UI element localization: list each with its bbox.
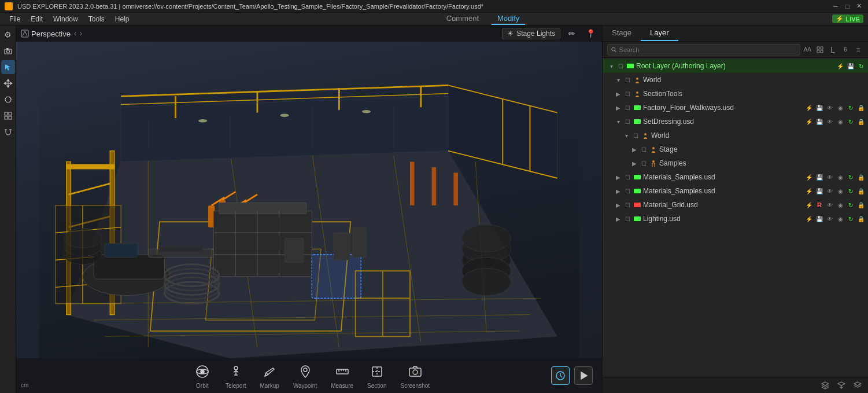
layer-row-setdressing[interactable]: ▾ ☐ SetDressing.usd ⚡ 💾 👁 ◉ ↻ 🔒 xyxy=(603,115,868,128)
refresh-btn-li[interactable]: ↻ xyxy=(846,214,855,223)
menu-edit[interactable]: Edit xyxy=(26,14,47,24)
eye-btn-sd[interactable]: 👁 xyxy=(825,117,834,126)
tool-markup[interactable]: Markup xyxy=(260,362,279,389)
save-btn-sd[interactable]: 💾 xyxy=(815,117,824,126)
layer-menu-btn[interactable]: ≡ xyxy=(853,45,863,55)
bolt-btn-mg[interactable]: ⚡ xyxy=(804,200,814,210)
menu-help[interactable]: Help xyxy=(110,14,134,24)
vis-btn-ff[interactable]: ◉ xyxy=(836,103,845,112)
layer-row-world2[interactable]: ▾ ☐ World xyxy=(603,128,868,142)
nav-forward[interactable]: › xyxy=(80,30,82,38)
tool-screenshot[interactable]: Screenshot xyxy=(400,362,430,389)
pencil-button[interactable]: ✏ xyxy=(565,27,579,41)
tool-orbit[interactable]: Orbit xyxy=(193,362,212,389)
layer-row-sectiontools[interactable]: ▶ ☐ SectionTools xyxy=(603,87,868,101)
play-button[interactable] xyxy=(574,366,593,385)
refresh-btn-sd[interactable]: ↻ xyxy=(846,117,855,126)
eye-btn-ff[interactable]: 👁 xyxy=(825,103,834,112)
save-btn-li[interactable]: 💾 xyxy=(815,214,824,223)
location-button[interactable]: 📍 xyxy=(583,27,597,41)
lock-btn-li[interactable]: 🔒 xyxy=(856,214,866,223)
tool-section[interactable]: Section xyxy=(367,362,386,389)
check-stage2[interactable]: ☐ xyxy=(640,145,648,153)
layer-search-num-btn[interactable]: 6 xyxy=(840,45,851,55)
expand-mat-grid[interactable]: ▶ xyxy=(614,201,622,209)
stage-lights-button[interactable]: ☀ Stage Lights xyxy=(502,28,560,39)
tool-rotate[interactable] xyxy=(1,93,15,106)
R-btn-mg[interactable]: R xyxy=(815,200,824,210)
eye-btn-mg[interactable]: 👁 xyxy=(825,200,834,210)
lock-btn-ff[interactable]: 🔒 xyxy=(856,103,866,112)
expand-setdressing[interactable]: ▾ xyxy=(614,117,622,126)
check-root[interactable]: ☐ xyxy=(616,62,625,70)
tool-measure[interactable]: Measure xyxy=(331,362,353,389)
eye-btn-li[interactable]: 👁 xyxy=(825,214,834,223)
layer-row-mat-samples1[interactable]: ▶ ☐ Materials_Samples.usd ⚡ 💾 👁 ◉ ↻ 🔒 xyxy=(603,170,868,184)
rf-add-btn[interactable] xyxy=(836,380,847,391)
search-input-wrap[interactable] xyxy=(607,44,800,56)
minimize-button[interactable]: ─ xyxy=(831,2,840,11)
tab-stage[interactable]: Stage xyxy=(603,25,641,41)
perspective-control[interactable]: Perspective xyxy=(21,30,71,38)
bolt-btn-sd[interactable]: ⚡ xyxy=(804,117,814,126)
vis-btn-sd[interactable]: ◉ xyxy=(836,117,845,126)
check-mat-samples1[interactable]: ☐ xyxy=(623,173,631,181)
live-badge[interactable]: ⚡ LIVE xyxy=(832,14,863,23)
expand-world[interactable]: ▾ xyxy=(614,76,622,84)
menu-file[interactable]: File xyxy=(5,14,25,24)
scene-viewport[interactable] xyxy=(16,42,602,358)
vis-btn-ms1[interactable]: ◉ xyxy=(836,172,845,182)
search-input[interactable] xyxy=(619,46,796,53)
layer-row-factory-floor[interactable]: ▶ ☐ Factory_Floor_Walkways.usd ⚡ 💾 👁 ◉ ↻… xyxy=(603,101,868,115)
bolt-btn-root[interactable]: ⚡ xyxy=(836,61,845,71)
check-world[interactable]: ☐ xyxy=(623,76,631,84)
layer-row-stage2[interactable]: ▶ ☐ Stage xyxy=(603,142,868,156)
layer-row-samples[interactable]: ▶ ☐ Samples xyxy=(603,156,868,170)
rf-move-btn[interactable] xyxy=(852,380,863,391)
layer-search-list-btn[interactable] xyxy=(815,45,825,55)
layer-row-world[interactable]: ▾ ☐ World xyxy=(603,73,868,87)
check-lighting[interactable]: ☐ xyxy=(623,215,631,223)
tool-waypoint[interactable]: Waypoint xyxy=(293,362,317,389)
bolt-btn-ff[interactable]: ⚡ xyxy=(804,103,814,112)
check-setdressing[interactable]: ☐ xyxy=(623,117,631,126)
refresh-btn-ms1[interactable]: ↻ xyxy=(846,172,855,182)
save-btn-ms2[interactable]: 💾 xyxy=(815,186,824,196)
check-world2[interactable]: ☐ xyxy=(631,131,640,139)
layer-row-lighting[interactable]: ▶ ☐ Lighting.usd ⚡ 💾 👁 ◉ ↻ 🔒 xyxy=(603,212,868,226)
nav-back[interactable]: ‹ xyxy=(74,30,76,38)
lock-btn-ms1[interactable]: 🔒 xyxy=(856,172,866,182)
check-sectiontools[interactable]: ☐ xyxy=(623,90,631,98)
layer-row-mat-samples2[interactable]: ▶ ☐ Materials_Samples.usd ⚡ 💾 👁 ◉ ↻ 🔒 xyxy=(603,184,868,198)
viewport[interactable]: Perspective ‹ › ☀ Stage Lights ✏ 📍 xyxy=(16,25,602,393)
vis-btn-li[interactable]: ◉ xyxy=(836,214,845,223)
tool-magnet[interactable] xyxy=(1,125,15,139)
close-button[interactable]: ✕ xyxy=(854,2,863,11)
tab-layer[interactable]: Layer xyxy=(641,25,678,41)
check-factory-floor[interactable]: ☐ xyxy=(623,104,631,112)
vis-btn-mg[interactable]: ◉ xyxy=(836,200,845,210)
lock-btn-sd[interactable]: 🔒 xyxy=(856,117,866,126)
save-btn-ms1[interactable]: 💾 xyxy=(815,172,824,182)
refresh-btn-ms2[interactable]: ↻ xyxy=(846,186,855,196)
refresh-btn-root[interactable]: ↻ xyxy=(856,61,866,71)
expand-factory-floor[interactable]: ▶ xyxy=(614,104,622,112)
expand-mat-samples1[interactable]: ▶ xyxy=(614,173,622,181)
bolt-btn-ms1[interactable]: ⚡ xyxy=(804,172,814,182)
expand-lighting[interactable]: ▶ xyxy=(614,215,622,223)
expand-samples[interactable]: ▶ xyxy=(630,159,638,167)
save-btn-ff[interactable]: 💾 xyxy=(815,103,824,112)
layer-row-mat-grid[interactable]: ▶ ☐ Material_Grid.usd ⚡ R 👁 ◉ ↻ 🔒 xyxy=(603,198,868,212)
layer-search-opts-btn[interactable]: L xyxy=(828,45,838,55)
check-mat-grid[interactable]: ☐ xyxy=(623,201,631,209)
layer-row-root[interactable]: ▾ ☐ Root Layer (Authoring Layer) ⚡ 💾 ↻ xyxy=(603,59,868,73)
viewport-sync-button[interactable] xyxy=(551,366,570,385)
menu-window[interactable]: Window xyxy=(49,14,83,24)
refresh-btn-ff[interactable]: ↻ xyxy=(846,103,855,112)
expand-sectiontools[interactable]: ▶ xyxy=(614,90,622,98)
vis-btn-ms2[interactable]: ◉ xyxy=(836,186,845,196)
expand-world2[interactable]: ▾ xyxy=(622,131,630,139)
tool-teleport[interactable]: Teleport xyxy=(226,362,246,389)
lock-btn-mg[interactable]: 🔒 xyxy=(856,200,866,210)
eye-btn-ms1[interactable]: 👁 xyxy=(825,172,834,182)
